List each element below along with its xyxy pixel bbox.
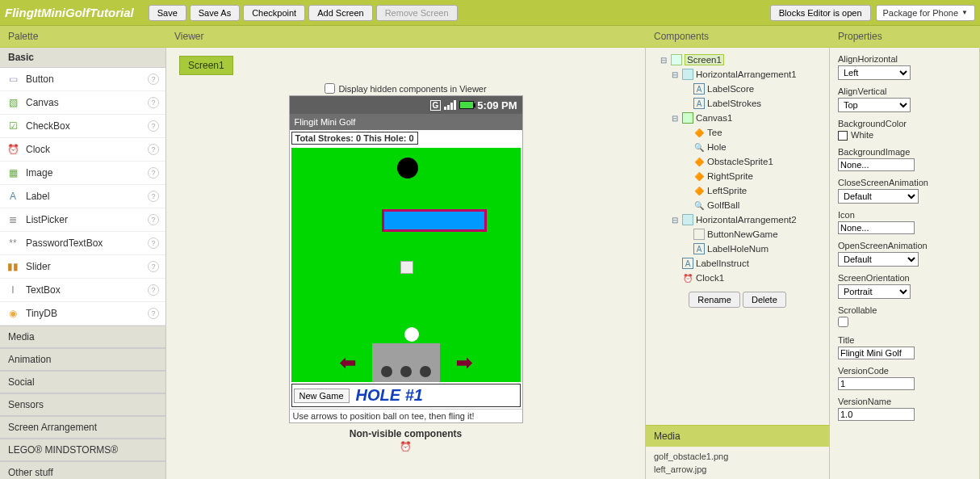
open-anim-select[interactable]: Default: [838, 252, 919, 267]
palette-item-icon: ▮▮: [6, 260, 19, 273]
hole-number-label: HOLE #1: [356, 386, 423, 405]
arrangement-icon: [682, 69, 693, 80]
versioncode-input[interactable]: [838, 377, 915, 390]
hole-bar: New Game HOLE #1: [291, 384, 521, 407]
hole-sprite[interactable]: [397, 158, 418, 179]
align-vertical-select[interactable]: Top: [838, 98, 911, 112]
palette-category[interactable]: LEGO® MINDSTORMS®: [0, 439, 165, 461]
new-game-button[interactable]: New Game: [294, 389, 350, 403]
package-dropdown[interactable]: Package for Phone ▼: [876, 5, 976, 21]
prop-label: OpenScreenAnimation: [838, 241, 971, 250]
blocks-editor-button[interactable]: Blocks Editor is open: [770, 5, 871, 21]
golfball-sprite[interactable]: [404, 327, 419, 342]
delete-button[interactable]: Delete: [743, 292, 786, 308]
tree-item[interactable]: ALabelStrokes: [683, 96, 826, 111]
help-icon[interactable]: ?: [148, 144, 159, 155]
display-hidden-checkbox[interactable]: [325, 83, 335, 94]
help-icon[interactable]: ?: [148, 261, 159, 272]
tree-label: RightSprite: [707, 171, 753, 181]
palette-item[interactable]: ▮▮Slider?: [0, 255, 165, 279]
help-icon[interactable]: ?: [148, 120, 159, 132]
palette-item[interactable]: ▧Canvas?: [0, 91, 165, 115]
align-horizontal-select[interactable]: Left: [838, 65, 911, 80]
tree-item[interactable]: ALabelInstruct: [672, 256, 826, 271]
tree-item[interactable]: 🔍GolfBall: [683, 198, 826, 212]
add-screen-button[interactable]: Add Screen: [308, 5, 372, 21]
prop-label: AlignVertical: [838, 86, 971, 96]
tree-item-screen[interactable]: ⊟Screen1: [660, 53, 826, 67]
tree-item[interactable]: ⊟Canvas1: [672, 111, 826, 125]
versionname-input[interactable]: [838, 408, 915, 421]
collapse-icon[interactable]: ⊟: [672, 216, 680, 225]
tee-sprite[interactable]: [372, 343, 440, 382]
title-input[interactable]: [838, 347, 915, 359]
save-button[interactable]: Save: [149, 5, 186, 21]
help-icon[interactable]: ?: [148, 191, 159, 202]
palette-category[interactable]: Media: [0, 326, 165, 348]
help-icon[interactable]: ?: [148, 167, 159, 179]
sprite-icon: 🔶: [693, 170, 705, 182]
palette-category-basic[interactable]: Basic: [0, 48, 165, 68]
screen-tab[interactable]: Screen1: [179, 56, 233, 75]
tree-item[interactable]: 🔍Hole: [683, 140, 826, 154]
palette-category[interactable]: Animation: [0, 348, 165, 371]
palette-item[interactable]: ≣ListPicker?: [0, 208, 165, 232]
help-icon[interactable]: ?: [148, 237, 159, 249]
bgcolor-button[interactable]: White: [838, 130, 971, 141]
palette-category[interactable]: Screen Arrangement: [0, 416, 165, 439]
close-anim-select[interactable]: Default: [838, 189, 919, 204]
tree-item[interactable]: 🔶Tee: [683, 125, 826, 140]
palette-item[interactable]: ALabel?: [0, 185, 165, 208]
palette-item[interactable]: ⏰Clock?: [0, 138, 165, 162]
right-arrow-icon[interactable]: ➡: [456, 351, 472, 374]
display-hidden-label: Display hidden components in Viewer: [338, 84, 486, 94]
tree-label: LeftSprite: [707, 186, 747, 195]
palette-item-label: TinyDB: [26, 308, 57, 319]
palette-category[interactable]: Other stuff: [0, 461, 165, 479]
palette-item[interactable]: ▦Image?: [0, 162, 165, 185]
tree-item[interactable]: 🔶LeftSprite: [683, 183, 826, 198]
help-icon[interactable]: ?: [148, 308, 159, 319]
tree-item[interactable]: ALabelScore: [683, 82, 826, 96]
tree-item[interactable]: ALabelHoleNum: [683, 242, 826, 256]
tree-item[interactable]: ButtonNewGame: [683, 227, 826, 242]
palette-panel: Palette Basic ▭Button?▧Canvas?☑CheckBox?…: [0, 26, 166, 479]
obstacle-sprite[interactable]: [382, 209, 487, 232]
palette-item[interactable]: ▭Button?: [0, 68, 165, 91]
palette-category[interactable]: Social: [0, 371, 165, 393]
palette-item[interactable]: ◉TinyDB?: [0, 302, 165, 326]
center-sprite[interactable]: [400, 261, 413, 274]
tree-item[interactable]: 🔶RightSprite: [683, 169, 826, 183]
collapse-icon[interactable]: ⊟: [660, 56, 668, 65]
orientation-select[interactable]: Portrait: [838, 284, 911, 299]
components-header: Components: [646, 26, 829, 48]
help-icon[interactable]: ?: [148, 214, 159, 225]
media-item[interactable]: golf_obstacle1.png: [654, 450, 821, 463]
help-icon[interactable]: ?: [148, 97, 159, 108]
collapse-icon[interactable]: ⊟: [672, 114, 680, 123]
bgimage-input[interactable]: [838, 158, 915, 171]
help-icon[interactable]: ?: [148, 284, 159, 296]
left-arrow-icon[interactable]: ⬅: [340, 351, 356, 374]
clock-icon: ⏰: [400, 441, 412, 452]
palette-category[interactable]: Sensors: [0, 393, 165, 416]
save-as-button[interactable]: Save As: [190, 5, 240, 21]
prop-label: Scrollable: [838, 305, 971, 315]
canvas-preview[interactable]: ⬅ ➡: [291, 148, 521, 382]
tree-item[interactable]: ⊟HorizontalArrangement1: [672, 67, 826, 82]
rename-button[interactable]: Rename: [689, 292, 740, 308]
tree-item[interactable]: ⏰Clock1: [672, 271, 826, 285]
media-item[interactable]: left_arrow.jpg: [654, 463, 821, 476]
checkpoint-button[interactable]: Checkpoint: [243, 5, 305, 21]
canvas-icon: [682, 112, 693, 124]
icon-input[interactable]: [838, 221, 915, 234]
tree-item[interactable]: 🔶ObstacleSprite1: [683, 154, 826, 169]
palette-item-icon: ⏰: [6, 143, 19, 156]
collapse-icon[interactable]: ⊟: [672, 70, 680, 79]
palette-item[interactable]: ☑CheckBox?: [0, 115, 165, 138]
scrollable-checkbox[interactable]: [838, 317, 848, 327]
palette-item[interactable]: ITextBox?: [0, 279, 165, 302]
palette-item[interactable]: **PasswordTextBox?: [0, 232, 165, 255]
tree-item[interactable]: ⊟HorizontalArrangement2: [672, 212, 826, 227]
help-icon[interactable]: ?: [148, 74, 159, 85]
